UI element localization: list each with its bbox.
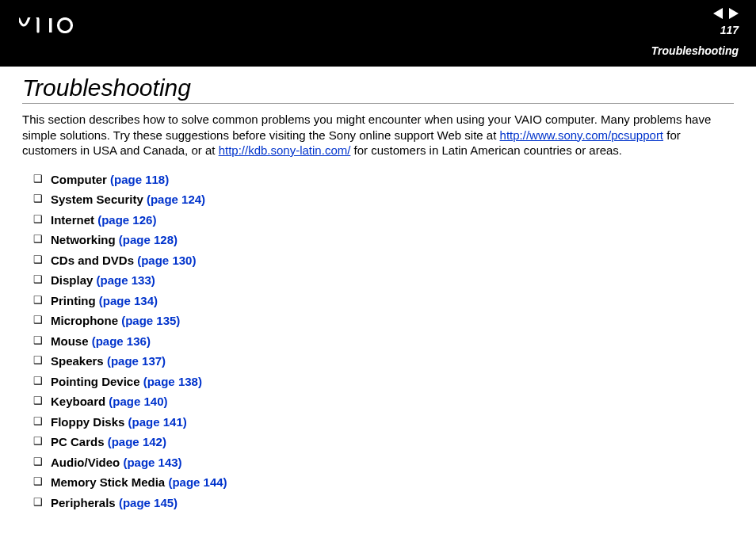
list-item: Audio/Video (page 143) [33, 452, 734, 473]
topic-list: Computer (page 118)System Security (page… [22, 170, 734, 513]
page-title: Troubleshooting [22, 74, 734, 104]
topic-label: Speakers [51, 354, 107, 368]
topic-label: Memory Stick Media [51, 475, 168, 489]
topic-page-link[interactable]: (page 137) [107, 354, 166, 368]
topic-label: Keyboard [51, 395, 109, 408]
topic-page-link[interactable]: (page 130) [137, 254, 196, 267]
topic-label: Floppy Disks [51, 415, 128, 429]
intro-text-3: for customers in Latin American countrie… [350, 143, 622, 157]
topic-label: Microphone [51, 314, 121, 327]
page-number: 117 [720, 24, 739, 36]
section-name: Troubleshooting [651, 44, 739, 57]
topic-label: CDs and DVDs [51, 254, 137, 267]
topic-page-link[interactable]: (page 134) [99, 294, 158, 307]
list-item: PC Cards (page 142) [33, 432, 734, 452]
topic-page-link[interactable]: (page 118) [110, 173, 169, 186]
vaio-logo-icon [19, 17, 90, 36]
prev-page-icon[interactable] [713, 8, 723, 19]
topic-label: Networking [51, 233, 119, 246]
topic-page-link[interactable]: (page 144) [168, 475, 227, 489]
list-item: Peripherals (page 145) [33, 493, 734, 513]
topic-label: PC Cards [51, 435, 108, 448]
support-link-latin[interactable]: http://kdb.sony-latin.com/ [219, 143, 351, 157]
topic-page-link[interactable]: (page 143) [123, 456, 181, 469]
svg-point-1 [59, 19, 72, 32]
list-item: Memory Stick Media (page 144) [33, 472, 734, 493]
list-item: Floppy Disks (page 141) [33, 412, 734, 433]
topic-label: Internet [51, 213, 97, 227]
topic-page-link[interactable]: (page 145) [119, 496, 178, 509]
topic-page-link[interactable]: (page 142) [108, 435, 166, 448]
list-item: Microphone (page 135) [33, 311, 734, 331]
list-item: Speakers (page 137) [33, 351, 734, 372]
topic-page-link[interactable]: (page 133) [97, 273, 155, 287]
list-item: Keyboard (page 140) [33, 391, 734, 412]
list-item: Pointing Device (page 138) [33, 372, 734, 392]
topic-label: Display [51, 273, 97, 287]
page-content: Troubleshooting This section describes h… [0, 67, 756, 513]
topic-page-link[interactable]: (page 135) [121, 314, 180, 327]
topic-page-link[interactable]: (page 140) [109, 395, 167, 408]
document-header: 117 Troubleshooting [0, 0, 756, 67]
topic-label: Mouse [51, 334, 92, 348]
next-page-icon[interactable] [729, 8, 739, 19]
list-item: Computer (page 118) [33, 170, 734, 190]
list-item: Display (page 133) [33, 270, 734, 291]
topic-label: System Security [51, 193, 147, 206]
list-item: Networking (page 128) [33, 230, 734, 250]
topic-page-link[interactable]: (page 126) [97, 213, 156, 227]
list-item: System Security (page 124) [33, 189, 734, 210]
topic-label: Peripherals [51, 496, 119, 509]
topic-label: Pointing Device [51, 375, 143, 388]
topic-page-link[interactable]: (page 141) [128, 415, 187, 429]
topic-page-link[interactable]: (page 124) [147, 193, 205, 206]
svg-rect-0 [49, 18, 52, 32]
list-item: Printing (page 134) [33, 291, 734, 311]
list-item: Internet (page 126) [33, 210, 734, 231]
nav-arrows [713, 8, 739, 19]
topic-page-link[interactable]: (page 136) [92, 334, 151, 348]
topic-page-link[interactable]: (page 128) [119, 233, 178, 246]
topic-label: Audio/Video [51, 456, 123, 469]
list-item: CDs and DVDs (page 130) [33, 250, 734, 271]
list-item: Mouse (page 136) [33, 331, 734, 352]
topic-label: Printing [51, 294, 99, 307]
topic-page-link[interactable]: (page 138) [143, 375, 202, 388]
support-link-us[interactable]: http://www.sony.com/pcsupport [500, 128, 663, 142]
topic-label: Computer [51, 173, 110, 186]
intro-paragraph: This section describes how to solve comm… [22, 112, 734, 158]
